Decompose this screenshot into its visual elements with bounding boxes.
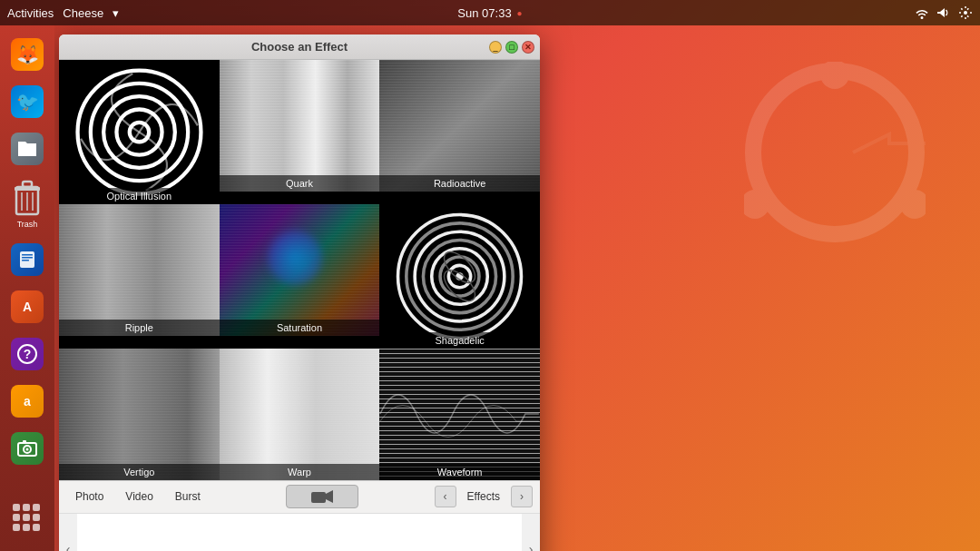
dialog-controls: _ □ ✕: [489, 41, 534, 54]
effect-label-waveform: Waveform: [379, 464, 540, 480]
effects-dialog: Choose an Effect _ □ ✕ .sp { fill: none;…: [59, 34, 540, 551]
sidebar: 🦊 🐦 Trash: [0, 25, 54, 551]
effects-next-button[interactable]: ›: [511, 486, 533, 507]
effect-optical-illusion[interactable]: .sp { fill: none; stroke-width: 6; }: [59, 60, 220, 204]
tab-video[interactable]: Video: [116, 487, 162, 507]
sidebar-item-cheese[interactable]: [6, 428, 48, 468]
sidebar-item-amazon[interactable]: a: [6, 381, 48, 421]
svg-text:?: ?: [24, 347, 32, 361]
activities-label[interactable]: Activities: [7, 6, 54, 20]
show-applications-button[interactable]: [13, 504, 42, 540]
bottom-toolbar: Photo Video Burst ‹ Effects ›: [59, 480, 540, 513]
effect-saturation[interactable]: Saturation: [220, 204, 380, 349]
effect-label-warp: Warp: [220, 464, 380, 480]
dialog-titlebar: Choose an Effect _ □ ✕: [59, 34, 540, 60]
svg-rect-3: [23, 182, 32, 187]
effect-vertigo[interactable]: Vertigo: [59, 349, 220, 480]
strip-content: [77, 514, 522, 551]
trash-icon: [11, 180, 44, 218]
sidebar-item-libreoffice[interactable]: [6, 240, 48, 280]
sidebar-item-thunderbird[interactable]: 🐦: [6, 82, 48, 122]
svg-text:A: A: [23, 300, 32, 314]
shagadelic-svg: [387, 212, 532, 341]
ubuntu-watermark: [744, 62, 926, 247]
topbar-right: [915, 5, 973, 20]
effect-waveform[interactable]: Waveform: [379, 349, 540, 480]
sidebar-item-software[interactable]: A: [6, 287, 48, 327]
effect-ripple[interactable]: Ripple: [59, 204, 220, 349]
sidebar-item-firefox[interactable]: 🦊: [6, 34, 48, 74]
effect-label-radioactive: Radioactive: [379, 175, 540, 192]
svg-text:a: a: [24, 394, 31, 408]
svg-rect-10: [22, 260, 29, 261]
dialog-title: Choose an Effect: [251, 40, 348, 54]
clock-time: Sun 07:33: [457, 6, 511, 20]
svg-rect-9: [22, 257, 33, 259]
svg-point-17: [26, 448, 29, 451]
svg-point-19: [753, 71, 916, 234]
app-name-label[interactable]: Cheese: [63, 6, 103, 20]
capture-button[interactable]: [286, 485, 358, 508]
volume-icon: [936, 5, 951, 20]
svg-point-20: [820, 62, 849, 89]
svg-rect-18: [23, 440, 26, 443]
tab-burst[interactable]: Burst: [166, 487, 210, 507]
effect-radioactive[interactable]: Radioactive: [379, 60, 540, 204]
thumbnail-strip: ‹ ›: [59, 513, 540, 551]
dot-icon: ●: [517, 8, 523, 18]
topbar-left: Activities Cheese ▾: [7, 6, 119, 20]
desktop: Choose an Effect _ □ ✕ .sp { fill: none;…: [54, 25, 980, 551]
effect-label-shagadelic: Shagadelic: [379, 332, 540, 349]
effect-label-quark: Quark: [220, 175, 380, 192]
maximize-button[interactable]: □: [505, 41, 518, 54]
app-dropdown-arrow[interactable]: ▾: [113, 6, 119, 20]
system-icon: [958, 5, 973, 20]
topbar-center: Sun 07:33 ●: [457, 6, 522, 20]
trash-label: Trash: [17, 220, 38, 229]
topbar: Activities Cheese ▾ Sun 07:33 ●: [0, 0, 980, 25]
tab-photo[interactable]: Photo: [66, 487, 113, 507]
svg-rect-8: [22, 254, 33, 256]
effect-shagadelic[interactable]: Shagadelic: [379, 204, 540, 349]
effect-label-ripple: Ripple: [59, 320, 220, 336]
effect-label-vertigo: Vertigo: [59, 464, 220, 480]
sidebar-item-help[interactable]: ?: [6, 334, 48, 374]
effect-label-saturation: Saturation: [220, 320, 380, 336]
svg-point-0: [964, 11, 967, 15]
svg-marker-44: [326, 490, 333, 503]
effects-grid: .sp { fill: none; stroke-width: 6; }: [59, 60, 540, 480]
capture-icon: [311, 489, 333, 504]
effects-prev-button[interactable]: ‹: [435, 486, 456, 507]
effects-nav: ‹ Effects ›: [435, 486, 533, 507]
strip-prev-button[interactable]: ‹: [59, 514, 77, 551]
strip-next-button[interactable]: ›: [522, 514, 540, 551]
sidebar-item-files[interactable]: [6, 129, 48, 169]
spiral-svg: .sp { fill: none; stroke-width: 6; }: [67, 67, 211, 197]
effect-quark[interactable]: Quark: [220, 60, 380, 204]
sidebar-item-trash[interactable]: Trash: [6, 176, 48, 232]
minimize-button[interactable]: _: [489, 41, 502, 54]
close-button[interactable]: ✕: [522, 41, 534, 54]
effect-warp[interactable]: Warp: [220, 349, 380, 480]
svg-rect-43: [311, 492, 326, 503]
effect-label-optical-illusion: Optical Illusion: [59, 188, 220, 204]
wifi-icon: [915, 5, 929, 20]
effects-label: Effects: [460, 488, 507, 505]
